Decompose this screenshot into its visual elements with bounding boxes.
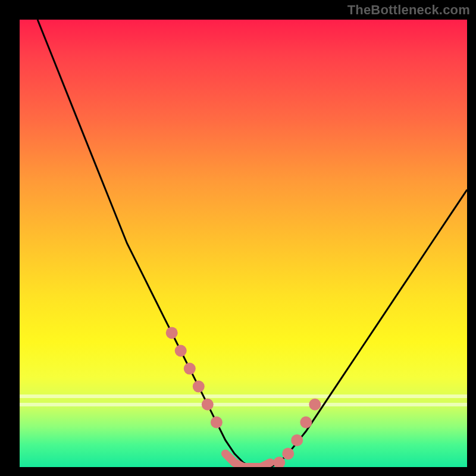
curve-markers: [166, 327, 321, 467]
curve-marker: [166, 327, 178, 339]
curve-marker: [300, 416, 312, 428]
chart-frame: TheBottleneck.com: [0, 0, 476, 476]
curve-marker: [175, 345, 187, 357]
curve-marker: [309, 399, 321, 411]
chart-svg: [20, 20, 467, 467]
curve-marker: [282, 447, 294, 459]
trough-band: [226, 453, 270, 467]
watermark-text: TheBottleneck.com: [347, 2, 470, 18]
bottleneck-curve: [37, 20, 467, 467]
curve-marker: [291, 434, 303, 446]
curve-marker: [202, 399, 214, 411]
curve-marker: [211, 416, 223, 428]
curve-marker: [184, 363, 196, 375]
plot-area: [20, 20, 467, 467]
curve-marker: [193, 381, 205, 393]
